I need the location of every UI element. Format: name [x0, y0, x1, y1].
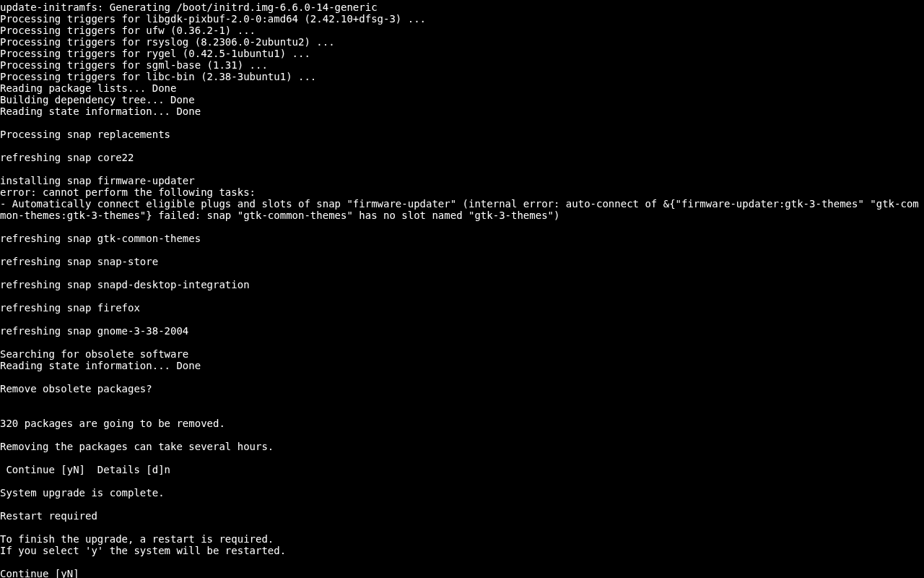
terminal-line: Processing triggers for libc-bin (2.38-3…: [0, 71, 924, 82]
terminal-line: [0, 429, 924, 441]
terminal-line: installing snap firmware-updater: [0, 175, 924, 186]
terminal-line: Remove obsolete packages?: [0, 383, 924, 394]
terminal-line: Processing triggers for ufw (0.36.2-1) .…: [0, 25, 924, 36]
terminal-line: [0, 556, 924, 568]
terminal-line: [0, 499, 924, 510]
terminal-line: [0, 522, 924, 533]
terminal-line: [0, 394, 924, 406]
terminal-line: Building dependency tree... Done: [0, 94, 924, 105]
terminal-line: [0, 221, 924, 233]
terminal-line: refreshing snap gtk-common-themes: [0, 233, 924, 244]
terminal-line: [0, 163, 924, 175]
terminal-line: - Automatically connect eligible plugs a…: [0, 198, 924, 221]
terminal-line: Processing snap replacements: [0, 129, 924, 140]
terminal-line: refreshing snap core22: [0, 152, 924, 163]
terminal-line: refreshing snap gnome-3-38-2004: [0, 325, 924, 337]
terminal-line: System upgrade is complete.: [0, 487, 924, 499]
terminal-line: update-initramfs: Generating /boot/initr…: [0, 1, 924, 13]
terminal-line: [0, 475, 924, 487]
terminal-line: refreshing snap snap-store: [0, 256, 924, 267]
terminal-line: If you select 'y' the system will be res…: [0, 545, 924, 556]
terminal-line: Processing triggers for sgml-base (1.31)…: [0, 59, 924, 71]
terminal-line: [0, 452, 924, 464]
terminal-line: [0, 371, 924, 383]
terminal-line: Searching for obsolete software: [0, 348, 924, 360]
terminal-line: [0, 337, 924, 348]
terminal-line: [0, 290, 924, 302]
terminal-line: Reading state information... Done: [0, 360, 924, 371]
terminal-line: 320 packages are going to be removed.: [0, 418, 924, 429]
terminal-line: [0, 117, 924, 129]
terminal-line: [0, 406, 924, 418]
terminal-line: Continue [yN]: [0, 568, 924, 578]
terminal-line: Removing the packages can take several h…: [0, 441, 924, 452]
terminal-line: Processing triggers for rsyslog (8.2306.…: [0, 36, 924, 48]
terminal-line: Processing triggers for libgdk-pixbuf-2.…: [0, 13, 924, 25]
terminal-line: [0, 267, 924, 279]
terminal-line: error: cannot perform the following task…: [0, 186, 924, 198]
terminal-line: Reading package lists... Done: [0, 82, 924, 94]
terminal-line: Processing triggers for rygel (0.42.5-1u…: [0, 48, 924, 59]
terminal-line: To finish the upgrade, a restart is requ…: [0, 533, 924, 545]
terminal-line: Reading state information... Done: [0, 105, 924, 117]
terminal-line: Restart required: [0, 510, 924, 522]
terminal-line: Continue [yN] Details [d]n: [0, 464, 924, 475]
terminal-line: [0, 244, 924, 256]
terminal-output[interactable]: update-initramfs: Generating /boot/initr…: [0, 1, 924, 578]
terminal-line: [0, 314, 924, 325]
terminal-line: refreshing snap snapd-desktop-integratio…: [0, 279, 924, 290]
terminal-line: [0, 140, 924, 152]
terminal-line: refreshing snap firefox: [0, 302, 924, 314]
